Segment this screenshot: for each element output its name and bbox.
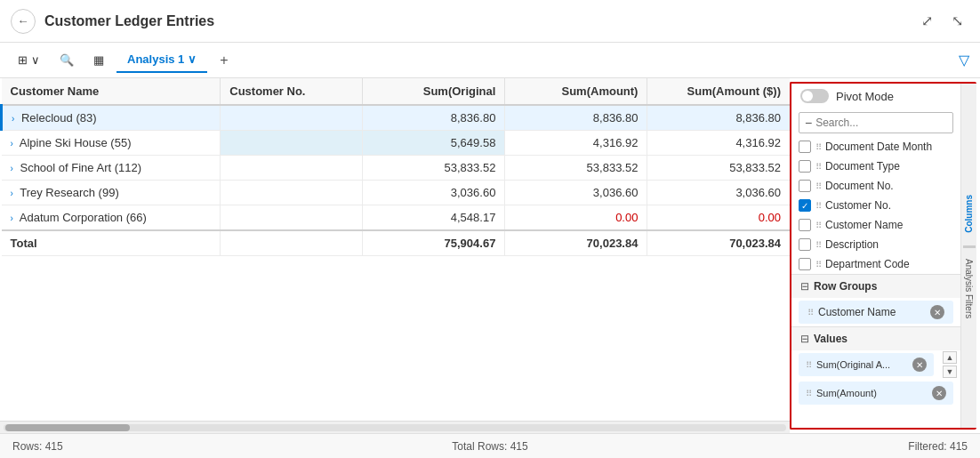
expand-row-icon[interactable]: › <box>11 164 13 173</box>
table-icon: ▦ <box>93 53 104 67</box>
row-groups-header[interactable]: ⊟ Row Groups <box>791 274 960 298</box>
col-checkbox-customer-name[interactable] <box>799 219 811 231</box>
total-rows: Total Rows: 415 <box>337 440 644 453</box>
value-down-button[interactable]: ▼ <box>943 366 957 378</box>
expand-row-icon[interactable]: › <box>11 213 13 223</box>
table-row[interactable]: › Trey Research (99) 3,036.60 3,036.60 <box>2 181 791 205</box>
total-sum-usd: 70,023.84 <box>647 230 790 256</box>
cell-name: › Adatum Corporation (66) <box>2 205 221 231</box>
back-button[interactable]: ← <box>11 9 36 34</box>
horizontal-scrollbar[interactable] <box>0 421 790 433</box>
remove-value-button[interactable]: ✕ <box>932 386 946 400</box>
scroll-track[interactable] <box>4 424 786 431</box>
value-item[interactable]: ⠿ Sum(Amount) ✕ <box>799 382 953 405</box>
col-item[interactable]: ⠿ Department Code <box>791 254 960 274</box>
expand-row-icon[interactable]: › <box>11 189 13 198</box>
search-button[interactable]: 🔍 <box>52 50 81 70</box>
side-tab-columns[interactable]: Columns <box>963 187 976 240</box>
expand-row-icon[interactable]: › <box>12 114 14 124</box>
col-checkbox-doc-no[interactable] <box>799 180 811 192</box>
col-header-sum-amount[interactable]: Sum(Amount) <box>505 78 647 105</box>
cell-sum-amt: 53,833.52 <box>505 156 647 181</box>
expand-row-icon[interactable]: › <box>11 139 13 149</box>
table-row[interactable]: › Alpine Ski House (55) 5,649.58 4,316.9… <box>2 131 791 156</box>
analysis-tab[interactable]: Analysis 1 ∨ <box>116 47 207 73</box>
cell-sum-amt: 3,036.60 <box>505 181 647 205</box>
table-wrapper[interactable]: Customer Name Customer No. Sum(Original … <box>0 78 790 421</box>
col-header-customer-no[interactable]: Customer No. <box>221 78 363 105</box>
drag-handle-icon: ⠿ <box>815 240 821 250</box>
row-groups-icon: ⊟ <box>800 280 809 293</box>
cell-name: › Alpine Ski House (55) <box>2 131 221 156</box>
col-item[interactable]: ⠿ Document Type <box>791 157 960 176</box>
values-icon: ⊟ <box>800 333 809 345</box>
col-checkbox-doc-type[interactable] <box>799 160 811 173</box>
col-header-customer-name[interactable]: Customer Name <box>2 78 221 105</box>
col-header-sum-amount-usd[interactable]: Sum(Amount ($)) <box>647 78 790 105</box>
search-input[interactable] <box>815 117 949 129</box>
side-tab-filters[interactable]: Analysis Filters <box>963 253 976 325</box>
table-area: Customer Name Customer No. Sum(Original … <box>0 78 790 433</box>
drag-handle-icon: ⠿ <box>815 181 821 191</box>
drag-handle-icon: ⠿ <box>806 389 812 398</box>
remove-group-button[interactable]: ✕ <box>930 305 944 319</box>
col-checkbox-customer-no[interactable]: ✓ <box>799 199 811 212</box>
col-item[interactable]: ⠿ Customer Name <box>791 215 960 235</box>
cell-sum-orig: 5,649.58 <box>363 131 505 156</box>
values-list: ⠿ Sum(Original A... ✕ ▲ ▼ ⠿ <box>791 350 960 407</box>
cell-sum-usd: 0.00 <box>647 205 790 231</box>
analysis-panel: Pivot Mode − ⠿ Document Date Month <box>790 82 976 430</box>
view-icon: ⊞ <box>18 53 28 67</box>
values-header[interactable]: ⊟ Values <box>791 326 960 350</box>
view-button[interactable]: ⊞ ∨ <box>11 50 47 70</box>
col-checkbox-dept-code[interactable] <box>799 258 811 270</box>
page-title: Customer Ledger Entries <box>44 13 905 29</box>
collapse-button[interactable]: ⤡ <box>944 9 969 34</box>
drag-handle-icon: ⠿ <box>806 360 812 370</box>
search-minus-icon[interactable]: − <box>805 116 812 130</box>
remove-value-button[interactable]: ✕ <box>912 358 927 372</box>
cell-name: › School of Fine Art (112) <box>2 156 221 181</box>
col-item[interactable]: ⠿ Document Date Month <box>791 137 960 157</box>
col-checkbox-doc-date[interactable] <box>799 141 811 153</box>
side-divider <box>963 245 976 248</box>
table-row[interactable]: › Adatum Corporation (66) 4,548.17 0.00 <box>2 205 791 231</box>
table-row[interactable]: › Relecloud (83) 8,836.80 8,836.80 <box>2 105 791 131</box>
table-button[interactable]: ▦ <box>86 50 111 70</box>
rows-count: Rows: 415 <box>12 440 319 453</box>
cell-no <box>221 131 363 156</box>
expand-button[interactable]: ⤢ <box>914 9 939 34</box>
cell-no <box>221 181 363 205</box>
drag-handle-icon: ⠿ <box>807 308 814 317</box>
col-header-sum-original[interactable]: Sum(Original <box>363 78 505 105</box>
pivot-label: Pivot Mode <box>836 90 894 103</box>
col-item[interactable]: ⠿ Document No. <box>791 176 960 196</box>
filtered-count: Filtered: 415 <box>661 440 968 453</box>
drag-handle-icon: ⠿ <box>815 201 821 211</box>
col-checkbox-description[interactable] <box>799 238 811 251</box>
add-tab-button[interactable]: + <box>213 49 235 72</box>
cell-sum-amt: 4,316.92 <box>505 131 647 156</box>
col-item[interactable]: ✓ ⠿ Customer No. <box>791 196 960 215</box>
table-row[interactable]: › School of Fine Art (112) 53,833.52 53,… <box>2 156 791 181</box>
col-item[interactable]: ⠿ Description <box>791 235 960 254</box>
filter-button[interactable]: ▽ <box>959 52 969 68</box>
drag-handle-icon: ⠿ <box>815 221 821 230</box>
drag-handle-icon: ⠿ <box>815 162 821 172</box>
cell-sum-usd: 8,836.80 <box>647 105 790 131</box>
data-table: Customer Name Customer No. Sum(Original … <box>0 78 790 256</box>
row-group-item[interactable]: ⠿ Customer Name ✕ <box>799 301 953 324</box>
value-up-button[interactable]: ▲ <box>943 351 957 364</box>
columns-list: ⠿ Document Date Month ⠿ Document Type ⠿ … <box>791 137 960 274</box>
pivot-toggle[interactable] <box>800 89 829 103</box>
main-content: Customer Name Customer No. Sum(Original … <box>0 78 980 433</box>
cell-name: › Trey Research (99) <box>2 181 221 205</box>
app-window: ← Customer Ledger Entries ⤢ ⤡ ⊞ ∨ 🔍 ▦ An… <box>0 0 980 458</box>
cell-sum-usd: 4,316.92 <box>647 131 790 156</box>
tab-label: Analysis 1 <box>127 52 184 66</box>
scroll-thumb[interactable] <box>5 424 130 431</box>
row-groups-list: ⠿ Customer Name ✕ <box>791 301 960 324</box>
side-tabs: Columns Analysis Filters <box>960 84 976 428</box>
toolbar: ⊞ ∨ 🔍 ▦ Analysis 1 ∨ + ▽ <box>0 43 980 78</box>
value-item[interactable]: ⠿ Sum(Original A... ✕ <box>799 353 934 376</box>
